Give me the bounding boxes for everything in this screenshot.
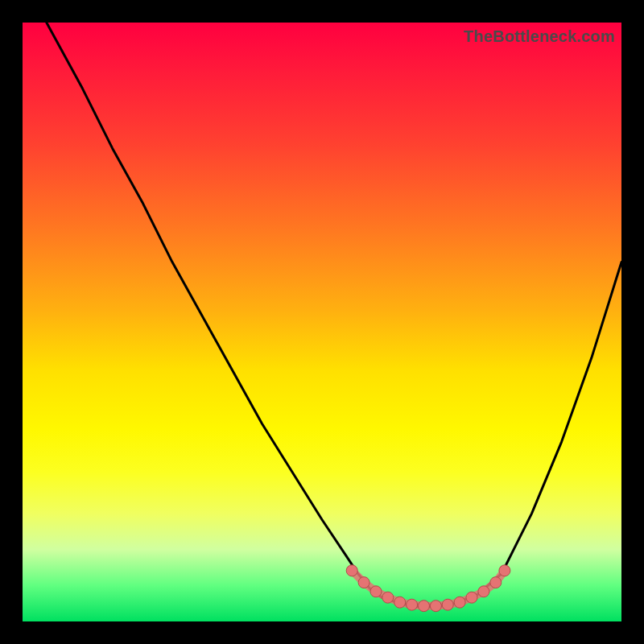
svg-point-4 <box>394 597 406 608</box>
plot-area: TheBottleneck.com <box>23 23 621 621</box>
svg-point-13 <box>499 565 510 576</box>
svg-point-5 <box>407 599 418 610</box>
svg-point-1 <box>358 577 369 588</box>
svg-point-12 <box>490 577 502 588</box>
svg-point-0 <box>346 565 357 576</box>
svg-point-9 <box>454 597 465 608</box>
optimal-region-dots <box>23 23 621 621</box>
svg-point-3 <box>382 592 394 603</box>
svg-point-7 <box>430 601 441 612</box>
chart-stage: TheBottleneck.com <box>0 0 644 644</box>
svg-point-6 <box>419 601 430 612</box>
svg-point-8 <box>442 599 453 610</box>
svg-point-10 <box>466 592 477 603</box>
svg-point-2 <box>370 586 382 597</box>
svg-point-11 <box>478 586 489 597</box>
